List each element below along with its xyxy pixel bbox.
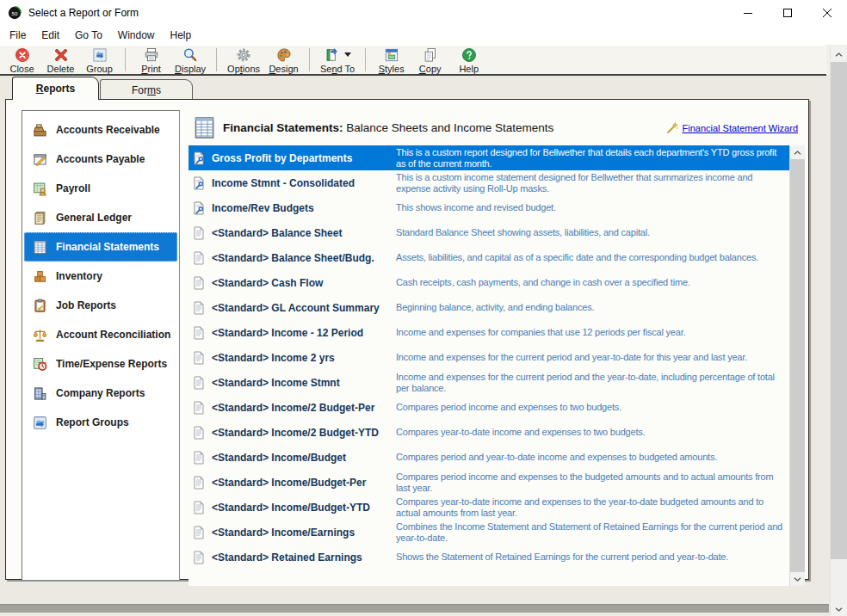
window-scroll-up-button[interactable] (831, 47, 847, 61)
print-button[interactable]: Print (132, 46, 170, 74)
report-row-standard-income-2-yrs[interactable]: <Standard> Income 2 yrsIncome and expens… (189, 345, 789, 370)
standard-report-icon (192, 226, 206, 240)
options-button[interactable]: Options (223, 46, 264, 74)
sidebar-item-financial-statements[interactable]: Financial Statements (24, 232, 177, 262)
accounts-payable-icon (33, 152, 47, 167)
styles-button[interactable]: Styles (372, 46, 411, 74)
job-reports-icon (33, 299, 47, 313)
menu-item-window[interactable]: Window (110, 27, 163, 44)
standard-report-icon (192, 476, 206, 490)
standard-report-icon (192, 376, 206, 390)
display-icon (182, 46, 199, 64)
sidebar-item-time-expense-reports[interactable]: Time/Expense Reports (24, 349, 177, 379)
report-description: Compares year-to-date income and expense… (396, 427, 789, 438)
wizard-link-group: Financial Statement Wizard (666, 121, 799, 134)
report-area-header: Financial Statements: Balance Sheets and… (189, 110, 805, 145)
close-window-button[interactable] (807, 0, 847, 26)
sidebar-item-label: Financial Statements (56, 241, 159, 253)
report-row-income-rev-budgets[interactable]: Income/Rev BudgetsThis shows income and … (189, 195, 789, 220)
report-row-standard-income-stmnt[interactable]: <Standard> Income StmntIncome and expens… (189, 370, 789, 395)
sidebar-item-accounts-payable[interactable]: Accounts Payable (24, 145, 177, 174)
company-reports-icon (33, 386, 47, 401)
scroll-up-button[interactable] (790, 145, 805, 159)
standard-report-icon (192, 451, 206, 465)
minimize-button[interactable] (728, 0, 768, 26)
report-row-standard-income-budget-per[interactable]: <Standard> Income/Budget-PerCompares per… (189, 470, 789, 495)
tab-forms[interactable]: Forms (100, 79, 193, 100)
report-description: Compares period income and expenses to t… (396, 402, 789, 413)
sidebar-item-report-groups[interactable]: Report Groups (24, 408, 177, 437)
report-row-standard-income-earnings[interactable]: <Standard> Income/EarningsCombines the I… (189, 520, 789, 545)
financial-statement-wizard-link[interactable]: Financial Statement Wizard (683, 123, 799, 133)
close-button[interactable]: Close (3, 46, 41, 74)
standard-report-icon (192, 426, 206, 440)
standard-report-icon (192, 276, 206, 290)
report-description: Assets, liabilities, and capital as of a… (396, 252, 789, 263)
tab-panel: Accounts ReceivableAccounts PayablePayro… (5, 99, 809, 580)
send-to-button[interactable]: Send To (316, 46, 359, 74)
menu-item-file[interactable]: File (2, 27, 34, 44)
copy-button[interactable]: Copy (411, 46, 449, 74)
report-row-gross-profit-by-departments[interactable]: Gross Profit by DepartmentsThis is a cus… (189, 145, 789, 170)
scroll-thumb[interactable] (790, 159, 805, 572)
toolbar-button-label: Group (86, 64, 113, 74)
report-row-standard-balance-sheet-budg[interactable]: <Standard> Balance Sheet/Budg.Assets, li… (189, 245, 789, 270)
tab-reports[interactable]: Reports (12, 77, 99, 100)
options-icon (235, 46, 252, 64)
sidebar-item-payroll[interactable]: Payroll (24, 174, 177, 203)
standard-report-icon (192, 301, 206, 315)
sidebar-item-account-reconciliation[interactable]: Account Reconciliation (24, 320, 177, 349)
report-row-standard-income-budget-ytd[interactable]: <Standard> Income/Budget-YTDCompares yea… (189, 495, 789, 520)
sidebar-item-company-reports[interactable]: Company Reports (24, 379, 177, 408)
window-bottom-edge (0, 604, 829, 613)
maximize-button[interactable] (768, 0, 807, 26)
menu-item-go-to[interactable]: Go To (67, 27, 110, 44)
report-row-standard-income-12-period[interactable]: <Standard> Income - 12 PeriodIncome and … (189, 320, 789, 345)
report-area: Financial Statements: Balance Sheets and… (189, 110, 805, 586)
display-button[interactable]: Display (170, 46, 210, 74)
design-icon (275, 46, 293, 64)
menu-item-help[interactable]: Help (163, 27, 200, 44)
report-row-income-stmnt-consolidated[interactable]: Income Stmnt - ConsolidatedThis is a cus… (189, 170, 789, 195)
toolbar-button-label: Copy (419, 64, 442, 74)
sidebar-item-label: Account Reconciliation (56, 329, 170, 341)
report-row-standard-gl-account-summary[interactable]: <Standard> GL Account SummaryBeginning b… (189, 295, 789, 320)
report-row-standard-income-budget[interactable]: <Standard> Income/BudgetCompares period … (189, 445, 789, 470)
report-description: Income and expenses for the current peri… (396, 372, 789, 394)
scroll-down-button[interactable] (790, 572, 805, 586)
toolbar: CloseDeleteGroupPrintDisplayOptionsDesig… (0, 45, 826, 76)
window-scrollbar[interactable] (830, 47, 847, 616)
report-category-list: Accounts ReceivableAccounts PayablePayro… (22, 110, 180, 581)
sidebar-item-general-ledger[interactable]: General Ledger (24, 203, 177, 232)
chevron-down-icon (794, 577, 801, 582)
report-name: Income Stmnt - Consolidated (212, 177, 396, 189)
app-icon: 50 (8, 6, 22, 20)
dropdown-caret-icon (344, 52, 351, 57)
content-area: ReportsForms Accounts ReceivableAccounts… (0, 76, 847, 616)
tab-label: Reports (36, 83, 75, 95)
design-button[interactable]: Design (264, 46, 303, 74)
report-list-scrollbar[interactable] (789, 145, 805, 586)
toolbar-separator (216, 48, 217, 71)
sidebar-item-label: Report Groups (56, 416, 129, 428)
window-scroll-down-button[interactable] (831, 602, 847, 616)
caption-buttons (728, 0, 847, 26)
report-row-standard-balance-sheet[interactable]: <Standard> Balance SheetStandard Balance… (189, 220, 789, 245)
report-rows: Gross Profit by DepartmentsThis is a cus… (189, 145, 789, 586)
report-row-standard-income-2-budget-ytd[interactable]: <Standard> Income/2 Budget-YTDCompares y… (189, 420, 789, 445)
help-button[interactable]: Help (449, 46, 488, 74)
close-window-icon (823, 9, 832, 18)
report-groups-icon (33, 416, 47, 430)
window-scroll-thumb[interactable] (831, 62, 847, 559)
report-row-standard-cash-flow[interactable]: <Standard> Cash FlowCash receipts, cash … (189, 270, 789, 295)
report-row-standard-income-2-budget-per[interactable]: <Standard> Income/2 Budget-PerCompares p… (189, 395, 789, 420)
sidebar-item-inventory[interactable]: Inventory (24, 262, 177, 291)
window-title: Select a Report or Form (28, 7, 139, 19)
menu-item-edit[interactable]: Edit (34, 27, 67, 44)
sidebar-item-accounts-receivable[interactable]: Accounts Receivable (24, 115, 177, 145)
report-row-standard-retained-earnings[interactable]: <Standard> Retained EarningsShows the St… (189, 545, 789, 570)
group-button[interactable]: Group (80, 46, 119, 74)
sidebar-item-job-reports[interactable]: Job Reports (24, 291, 177, 320)
menubar: FileEditGo ToWindowHelp (0, 26, 847, 45)
delete-button[interactable]: Delete (41, 46, 80, 74)
